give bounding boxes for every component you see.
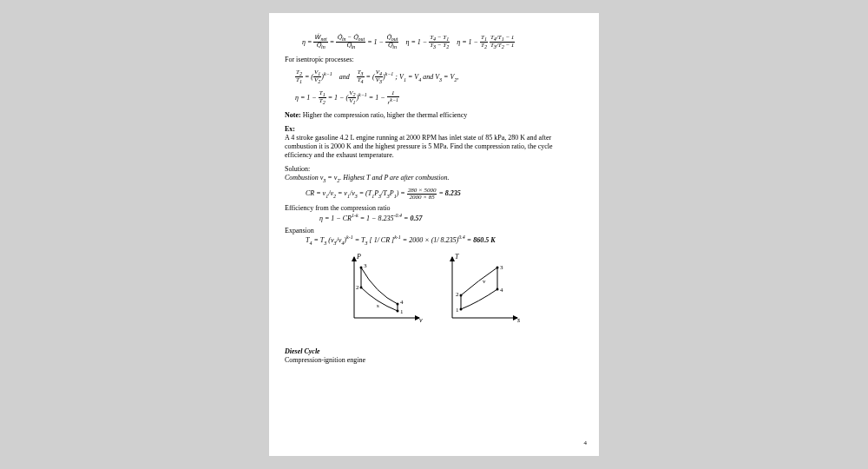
svg-point-21	[496, 267, 499, 269]
ts-xlabel: s	[517, 316, 520, 324]
combustion-statement: Combustion v3 = v2. Highest T and P are …	[285, 174, 578, 184]
svg-text:4: 4	[400, 299, 404, 306]
diesel-subtitle: Compression-ignition engine	[285, 356, 578, 365]
isentropic-line-1: T2T1 = (V1V2)k−1 and T3T4 = (V4V3)k−1 ; …	[295, 69, 578, 85]
svg-point-4	[360, 267, 363, 269]
pv-xlabel: v	[419, 316, 423, 324]
example-label: Ex:	[285, 125, 578, 134]
document-page: η = ẆnetQ̇in = Q̇in − Q̇outQ̇in = 1 − Q̇…	[269, 13, 599, 456]
diagram-row: P v 3 2 4 1 s T s 1 2	[285, 250, 578, 328]
svg-point-8	[397, 303, 399, 306]
note-text: Higher the compression ratio, higher the…	[303, 111, 468, 119]
pv-ylabel: P	[356, 253, 361, 261]
svg-text:1: 1	[400, 308, 404, 315]
t4-equation: T4 = T3 (v3/v4)k-1 = T3 [ 1/ CR ]k-1 = 2…	[306, 235, 578, 248]
svg-text:4: 4	[500, 287, 503, 294]
svg-point-6	[360, 287, 363, 289]
svg-text:s: s	[377, 302, 379, 309]
efficiency-label: Efficiency from the compression ratio	[285, 204, 578, 213]
svg-point-23	[496, 288, 499, 291]
diesel-section: Diesel Cycle Compression-ignition engine	[285, 347, 578, 365]
svg-text:v: v	[483, 278, 486, 285]
cr-equation: CR = v1/v2 = v1/v3 = (T1P3/T3P1) = 280 ×…	[306, 188, 578, 201]
example-text: A 4 stroke gasoline 4.2 L engine running…	[285, 134, 578, 160]
efficiency-equation: η = 1 − CR1-k = 1 − 8.235-0.4 = 0.57	[319, 213, 578, 223]
ts-diagram: T s 1 2 3 4 v	[435, 250, 526, 328]
page-number: 4	[584, 439, 588, 447]
note-line: Note: Higher the compression ratio, high…	[285, 111, 578, 120]
ts-ylabel: T	[455, 253, 459, 261]
svg-text:3: 3	[364, 262, 367, 269]
svg-text:3: 3	[500, 264, 503, 271]
svg-text:1: 1	[456, 307, 459, 314]
diesel-title: Diesel Cycle	[285, 347, 578, 356]
solution-label: Solution:	[285, 165, 578, 174]
note-label: Note:	[285, 111, 301, 119]
svg-text:2: 2	[356, 284, 359, 291]
svg-point-17	[460, 308, 463, 311]
isentropic-header: For isentropic processes:	[285, 56, 578, 64]
isentropic-line-2: η = 1 − T1T2 = 1 − (V2V1)k−1 = 1 − 1rk−1	[295, 90, 578, 106]
eta-equation-row: η = ẆnetQ̇in = Q̇in − Q̇outQ̇in = 1 − Q̇…	[302, 35, 578, 50]
pv-diagram: P v 3 2 4 1 s	[337, 250, 428, 328]
svg-point-19	[460, 294, 463, 297]
svg-point-10	[397, 310, 399, 313]
svg-text:2: 2	[456, 291, 459, 298]
expansion-label: Expansion	[285, 227, 578, 235]
